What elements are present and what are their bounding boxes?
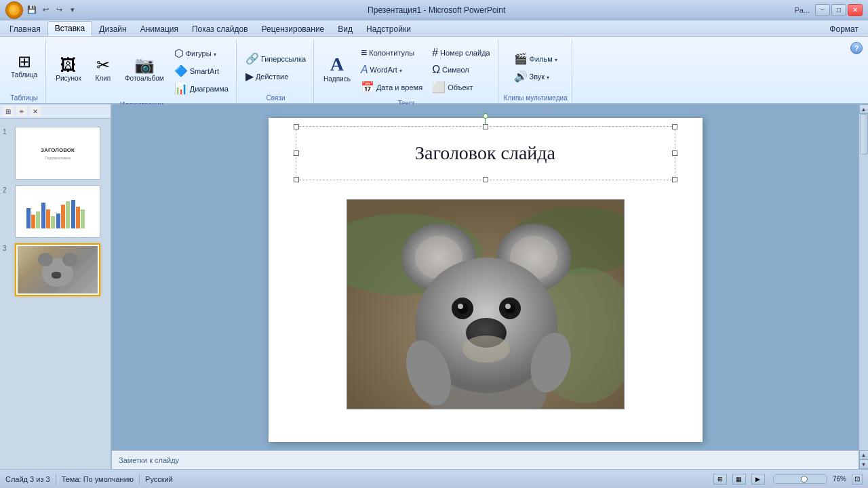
slide-2-thumbnail[interactable] bbox=[15, 185, 100, 238]
slide-sorter-button[interactable]: ▦ bbox=[732, 474, 746, 485]
notes-placeholder[interactable]: Заметки к слайду bbox=[119, 456, 179, 464]
action-label: Действие bbox=[256, 73, 288, 81]
panel-close-icon[interactable]: ✕ bbox=[30, 106, 41, 117]
symbol-icon: Ω bbox=[432, 64, 440, 76]
slideshow-button[interactable]: ▶ bbox=[751, 474, 765, 485]
slide-title-text[interactable]: Заголовок слайда bbox=[415, 142, 555, 164]
resize-handle-br[interactable] bbox=[672, 177, 677, 182]
language-text: Русский bbox=[145, 475, 173, 483]
slide-3-thumbnail[interactable] bbox=[15, 243, 100, 296]
photoalbum-button[interactable]: 📷 Фотоальбом bbox=[121, 54, 168, 85]
smartart-button[interactable]: 🔷 SmartArt bbox=[171, 62, 232, 79]
group-links: 🔗 Гиперссылка ▶ Действие Связи bbox=[238, 39, 314, 103]
zoom-slider[interactable] bbox=[773, 474, 827, 484]
tab-insert[interactable]: Вставка bbox=[47, 21, 93, 36]
object-button[interactable]: ⬜ Объект bbox=[429, 79, 494, 96]
minimize-button[interactable]: − bbox=[815, 4, 830, 16]
resize-handle-tl[interactable] bbox=[294, 124, 299, 129]
resize-handle-mr[interactable] bbox=[672, 150, 677, 156]
undo-button[interactable]: ↩ bbox=[39, 4, 52, 16]
shapes-button[interactable]: ⬡ Фигуры ▾ bbox=[171, 45, 232, 62]
scroll-up-small[interactable]: ▲ bbox=[859, 450, 869, 460]
slide-3-koala-bg bbox=[18, 246, 98, 293]
symbol-button[interactable]: Ω Символ bbox=[429, 62, 494, 78]
slide-title-box[interactable]: Заголовок слайда bbox=[296, 126, 675, 180]
resize-handle-tr[interactable] bbox=[672, 124, 677, 129]
chart-button[interactable]: 📊 Диаграмма bbox=[171, 80, 232, 97]
slide-2-number: 2 bbox=[3, 185, 12, 194]
shapes-icon: ⬡ bbox=[174, 47, 184, 60]
help-button[interactable]: ? bbox=[850, 42, 863, 54]
group-media-content: 🎬 Фильм ▾ 🔊 Звук ▾ bbox=[511, 39, 561, 93]
main-area: ⊞ ≡ ✕ 1 ЗАГОЛОВОК Подзаголовок 2 bbox=[0, 104, 868, 469]
action-button[interactable]: ▶ Действие bbox=[242, 68, 309, 85]
zoom-thumb[interactable] bbox=[801, 476, 808, 483]
table-label: Таблица bbox=[11, 71, 37, 79]
svg-point-13 bbox=[458, 304, 463, 309]
text-col1: ≡ Колонтитулы A WordArt ▾ 📅 Дата и время bbox=[357, 42, 426, 96]
picture-button[interactable]: 🖼 Рисунок bbox=[52, 54, 85, 85]
slide-3-container: 3 bbox=[3, 243, 108, 296]
resize-handle-tc[interactable] bbox=[483, 124, 488, 129]
movie-icon: 🎬 bbox=[514, 52, 528, 65]
resize-handle-ml[interactable] bbox=[294, 150, 299, 156]
rotation-handle[interactable] bbox=[483, 113, 488, 119]
save-button[interactable]: 💾 bbox=[26, 4, 38, 16]
header-button[interactable]: ≡ Колонтитулы bbox=[357, 45, 426, 61]
group-links-content: 🔗 Гиперссылка ▶ Действие bbox=[242, 39, 309, 93]
theme-info: Тема: По умолчанию bbox=[62, 475, 134, 483]
office-button[interactable] bbox=[5, 1, 23, 19]
svg-point-16 bbox=[505, 304, 511, 309]
wordart-button[interactable]: A WordArt ▾ bbox=[357, 62, 426, 78]
close-button[interactable]: ✕ bbox=[848, 4, 863, 16]
scroll-up-button[interactable]: ▲ bbox=[859, 104, 869, 114]
canvas-area: Заголовок слайда bbox=[112, 104, 859, 469]
quickaccess-dropdown[interactable]: ▾ bbox=[66, 4, 79, 16]
tab-home[interactable]: Главная bbox=[3, 22, 47, 36]
tab-format[interactable]: Формат bbox=[823, 22, 865, 36]
panel-expand-icon[interactable]: ⊞ bbox=[3, 106, 14, 117]
sound-label: Звук ▾ bbox=[530, 73, 550, 81]
restore-button[interactable]: □ bbox=[831, 4, 846, 16]
clip-button[interactable]: ✂ Клип bbox=[88, 54, 118, 85]
hyperlink-button[interactable]: 🔗 Гиперссылка bbox=[242, 50, 309, 67]
object-icon: ⬜ bbox=[432, 81, 446, 94]
group-media-label: Клипы мультимедиа bbox=[504, 93, 568, 103]
symbol-label: Символ bbox=[442, 66, 469, 74]
datetime-label: Дата и время bbox=[376, 83, 422, 92]
slide-1-thumbnail[interactable]: ЗАГОЛОВОК Подзаголовок bbox=[15, 127, 100, 180]
office-logo bbox=[9, 5, 20, 16]
sound-button[interactable]: 🔊 Звук ▾ bbox=[511, 68, 561, 85]
image-box[interactable] bbox=[347, 199, 625, 409]
movie-button[interactable]: 🎬 Фильм ▾ bbox=[511, 50, 561, 67]
panel-list-icon[interactable]: ≡ bbox=[16, 106, 27, 117]
ribbon-tabs: Главная Вставка Дизайн Анимация Показ сл… bbox=[0, 20, 868, 37]
koala-ear-r-mini bbox=[62, 253, 77, 266]
table-button[interactable]: ⊞ Таблица bbox=[7, 51, 41, 81]
resize-handle-bc[interactable] bbox=[483, 177, 488, 182]
tab-view[interactable]: Вид bbox=[331, 22, 359, 36]
tab-design[interactable]: Дизайн bbox=[92, 22, 133, 36]
svg-point-19 bbox=[462, 336, 510, 363]
zoom-fit-button[interactable]: ⊡ bbox=[852, 474, 863, 485]
status-bar: Слайд 3 из 3 Тема: По умолчанию Русский … bbox=[0, 469, 868, 488]
resize-handle-bl[interactable] bbox=[294, 177, 299, 182]
textbox-button[interactable]: A Надпись bbox=[319, 52, 355, 85]
wordart-icon: A bbox=[361, 64, 368, 76]
photoalbum-label: Фотоальбом bbox=[125, 75, 164, 82]
wordart-label: WordArt ▾ bbox=[370, 66, 402, 74]
scroll-thumb[interactable] bbox=[860, 114, 868, 155]
tab-slideshow[interactable]: Показ слайдов bbox=[185, 22, 255, 36]
tab-review[interactable]: Рецензирование bbox=[255, 22, 332, 36]
tab-addins[interactable]: Надстройки bbox=[359, 22, 418, 36]
redo-button[interactable]: ↪ bbox=[53, 4, 65, 16]
theme-text: Тема: По умолчанию bbox=[62, 475, 134, 483]
slide-2-chart bbox=[26, 195, 90, 228]
quick-access-toolbar: 💾 ↩ ↪ ▾ bbox=[26, 4, 79, 16]
tab-animation[interactable]: Анимация bbox=[134, 22, 185, 36]
datetime-button[interactable]: 📅 Дата и время bbox=[357, 79, 426, 96]
scroll-down-small[interactable]: ▼ bbox=[859, 460, 869, 469]
slide-2-content bbox=[16, 186, 100, 237]
slidenum-button[interactable]: # Номер слайда bbox=[429, 45, 494, 61]
normal-view-button[interactable]: ⊞ bbox=[713, 474, 727, 485]
